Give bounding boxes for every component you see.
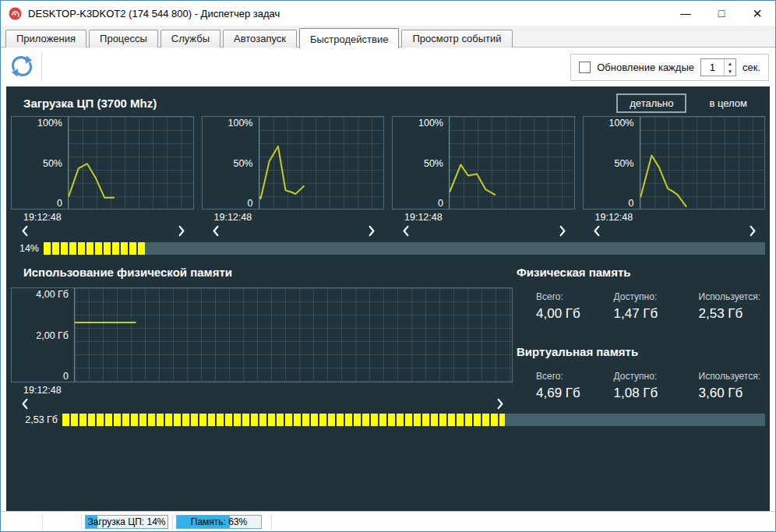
stat-label: Всего: — [536, 291, 614, 302]
scroll-right-button[interactable] — [178, 225, 186, 237]
scroll-right-button[interactable] — [559, 225, 567, 237]
stat-value: 4,00 Гб — [536, 306, 614, 322]
view-overall-button[interactable]: в целом — [699, 93, 757, 113]
memory-graph-plot-area — [74, 288, 512, 382]
status-bar: Загрузка ЦП: 14% Память: 63% — [1, 511, 775, 531]
cpu-core-2-graph-frame: 100%50%0 — [202, 116, 385, 210]
y-axis-tick: 0 — [57, 198, 62, 209]
tab-bar: ПриложенияПроцессыСлужбыАвтозапускБыстро… — [1, 26, 775, 48]
y-axis-tick: 2,00 Гб — [36, 330, 69, 341]
stat-label: Доступно: — [614, 291, 699, 302]
spinner-value[interactable]: 1 — [701, 59, 724, 76]
y-axis-ticks: 4,00 Гб2,00 Гб0 — [12, 288, 74, 382]
close-button[interactable]: × — [739, 1, 775, 26]
update-interval-spinner[interactable]: 1 ▲ ▼ — [700, 58, 736, 76]
status-memory-label: Память: 63% — [177, 516, 261, 528]
x-axis-label: 19:12:48 — [583, 210, 766, 224]
cpu-core-1-graph-plot-area — [68, 117, 193, 209]
status-divider — [271, 514, 272, 530]
spinner-down-icon[interactable]: ▼ — [725, 68, 735, 76]
memory-stat: Доступно:1,08 Гб — [614, 371, 699, 401]
memory-usage-fill — [62, 414, 505, 426]
cpu-core-2-graph-scrollbar — [202, 224, 385, 237]
spinner-up-icon[interactable]: ▲ — [725, 59, 735, 68]
view-detailed-button[interactable]: детально — [616, 93, 686, 113]
y-axis-ticks: 100%50%0 — [203, 117, 259, 209]
y-axis-tick: 0 — [248, 198, 253, 209]
tab-startup[interactable]: Автозапуск — [223, 30, 297, 48]
cpu-core-1-graph-line — [69, 164, 115, 198]
stat-value: 1,47 Гб — [614, 306, 699, 322]
y-axis-tick: 50% — [233, 158, 252, 169]
tab-processes[interactable]: Процессы — [89, 30, 158, 48]
memory-graph-frame: 4,00 Гб2,00 Гб0 — [11, 287, 513, 382]
update-interval-label: Обновление каждые — [597, 62, 694, 73]
stat-label: Используется: — [699, 291, 761, 302]
update-interval-checkbox[interactable] — [579, 62, 591, 73]
scroll-left-button[interactable] — [20, 398, 29, 410]
tab-services[interactable]: Службы — [160, 30, 220, 48]
cpu-core-4-graph-frame: 100%50%0 — [583, 116, 766, 210]
stat-value: 3,60 Гб — [699, 386, 761, 401]
cpu-core-3-graph-plot-area — [449, 117, 574, 209]
scroll-left-button[interactable] — [592, 225, 601, 237]
tab-performance[interactable]: Быстродействие — [299, 28, 399, 48]
stat-label: Доступно: — [614, 371, 699, 382]
window-controls: — □ × — [668, 1, 775, 26]
scroll-right-button[interactable] — [368, 225, 376, 237]
status-cpu-progress: Загрузка ЦП: 14% — [85, 515, 168, 529]
y-axis-tick: 50% — [614, 158, 633, 169]
cpu-core-4-graph-line — [640, 156, 686, 207]
memory-graph-slot: 4,00 Гб2,00 Гб019:12:48 — [11, 287, 513, 410]
scroll-left-button[interactable] — [211, 225, 220, 237]
tab-event-viewer[interactable]: Просмотр событий — [401, 30, 512, 48]
cpu-core-1-graph-frame: 100%50%0 — [11, 116, 194, 210]
cpu-core-2-graph-panel: 100%50%019:12:48 — [202, 116, 385, 237]
y-axis-tick: 100% — [37, 118, 62, 129]
y-axis-tick: 50% — [424, 158, 443, 169]
status-divider — [81, 514, 82, 530]
y-axis-tick: 0 — [438, 198, 443, 209]
memory-stat: Доступно:1,47 Гб — [614, 291, 699, 322]
scroll-left-button[interactable] — [20, 225, 29, 237]
scroll-left-button[interactable] — [401, 225, 410, 237]
cpu-view-buttons: детально в целом — [616, 93, 757, 113]
x-axis-label: 19:12:48 — [11, 382, 513, 396]
cpu-usage-bar-row: 14% — [6, 242, 765, 255]
cpu-core-3-graph-panel: 100%50%019:12:48 — [392, 116, 575, 237]
scroll-right-button[interactable] — [496, 398, 505, 410]
y-axis-ticks: 100%50%0 — [12, 117, 68, 209]
physical-memory-stats: Всего:4,00 ГбДоступно:1,47 ГбИспользуетс… — [517, 291, 760, 322]
cpu-graphs-row: 100%50%019:12:48100%50%019:12:48100%50%0… — [11, 116, 765, 237]
maximize-button[interactable]: □ — [704, 1, 739, 26]
update-interval-group: Обновление каждые 1 ▲ ▼ сек. — [570, 54, 769, 81]
scroll-right-button[interactable] — [749, 225, 757, 237]
status-memory-progress: Память: 63% — [176, 515, 262, 529]
cpu-usage-value: 14% — [6, 243, 39, 254]
cpu-core-4-graph-plot-area — [640, 117, 765, 209]
performance-panel: Загрузка ЦП (3700 Mhz) детально в целом … — [6, 86, 770, 511]
tab-applications[interactable]: Приложения — [5, 30, 86, 48]
memory-section-title: Использование физической памяти — [23, 266, 232, 279]
cpu-core-4-graph-panel: 100%50%019:12:48 — [583, 116, 766, 237]
minimize-button[interactable]: — — [668, 1, 704, 26]
cpu-core-2-graph-plot-area — [259, 117, 384, 209]
refresh-button[interactable] — [9, 54, 35, 80]
cpu-core-4-graph-scrollbar — [583, 224, 766, 237]
physical-memory-title: Физическая память — [517, 266, 760, 279]
memory-graph-scrollbar — [11, 396, 513, 410]
toolbar-separator — [41, 52, 42, 82]
cpu-usage-bar — [44, 242, 765, 255]
memory-stat: Используется:2,53 Гб — [699, 291, 761, 322]
memory-stats-column: Физическая память Всего:4,00 ГбДоступно:… — [517, 266, 760, 425]
status-divider — [172, 514, 173, 530]
status-cpu-label: Загрузка ЦП: 14% — [86, 516, 168, 528]
x-axis-label: 19:12:48 — [11, 210, 194, 224]
title-bar: DESKTOP-K3DKOT2 (174 544 800) - Диспетче… — [1, 1, 775, 26]
cpu-core-1-graph-scrollbar — [11, 224, 194, 237]
y-axis-tick: 100% — [609, 118, 634, 129]
virtual-memory-stats: Всего:4,69 ГбДоступно:1,08 ГбИспользуетс… — [517, 371, 760, 401]
task-manager-window: DESKTOP-K3DKOT2 (174 544 800) - Диспетче… — [0, 0, 776, 532]
status-divider — [42, 514, 43, 530]
toolbar: Обновление каждые 1 ▲ ▼ сек. — [1, 48, 775, 86]
